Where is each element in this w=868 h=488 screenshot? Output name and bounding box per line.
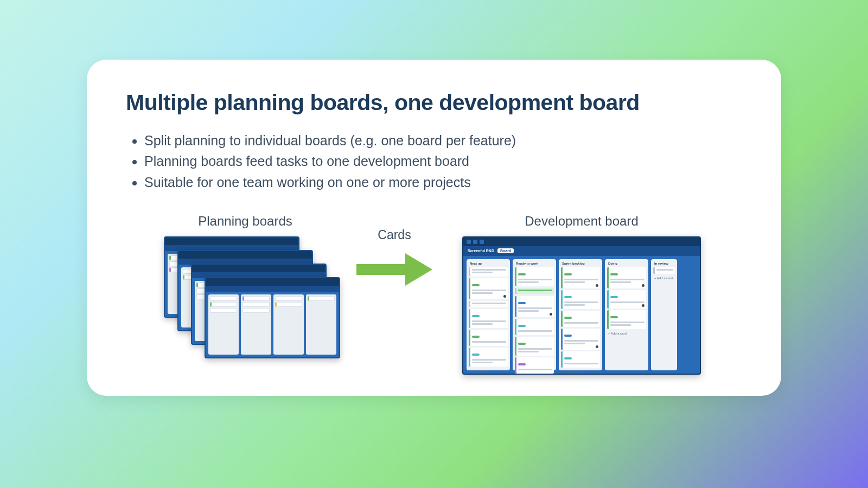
dev-board-list: Ready to work + Add a card <box>513 259 556 370</box>
slide-card: Multiple planning boards, one developmen… <box>87 60 781 396</box>
planning-boards-column: Planning boards <box>164 214 327 361</box>
dev-board-list: Sprint backlog + Add a card <box>559 259 602 370</box>
illustration-row: Planning boards <box>126 214 742 375</box>
arrow-icon <box>354 248 435 291</box>
gradient-background: Multiple planning boards, one developmen… <box>0 0 868 488</box>
dev-board-workspace: Screenful R&D <box>468 249 494 253</box>
planning-boards-stack <box>164 236 327 361</box>
dev-board-list: Next up + Add a card <box>467 259 510 370</box>
arrow-label: Cards <box>378 228 411 242</box>
bullet-item: Suitable for one team working on one or … <box>144 172 742 192</box>
development-board-label: Development board <box>525 214 638 229</box>
slide-title: Multiple planning boards, one developmen… <box>126 90 742 115</box>
arrow-column: Cards <box>354 228 435 291</box>
dev-board-view-button: Board <box>497 248 514 253</box>
planning-boards-label: Planning boards <box>198 214 292 229</box>
bullet-item: Split planning to individual boards (e.g… <box>144 131 742 150</box>
mini-board-illustration <box>205 277 340 358</box>
development-board-illustration: Screenful R&D Board Next up + Add a <box>462 236 701 375</box>
development-board-column: Development board Screenful R&D Board Ne… <box>462 214 701 375</box>
bullet-item: Planning boards feed tasks to one develo… <box>144 151 742 171</box>
dev-board-list: In review + Add a card <box>651 259 677 370</box>
dev-board-list: Doing + Add a card <box>605 259 648 370</box>
bullet-list: Split planning to individual boards (e.g… <box>126 131 742 192</box>
